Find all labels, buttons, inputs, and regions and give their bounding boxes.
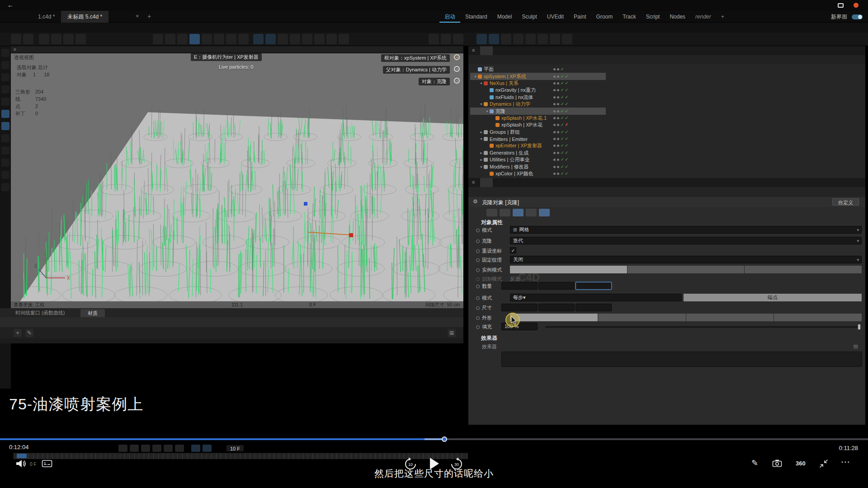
expander-icon[interactable]: ▾ — [479, 102, 484, 106]
object-tree-row[interactable]: ▾ 克隆 ✓✓ — [470, 108, 606, 114]
object-tree-row[interactable]: xpSplash | XP水花 ✓✗ — [470, 122, 606, 128]
timeline-mini-icon[interactable] — [16, 429, 20, 433]
editor-visibility-dot[interactable] — [553, 82, 556, 84]
render-visibility-dot[interactable] — [557, 103, 559, 105]
timeline-mini-icon[interactable] — [22, 429, 26, 433]
editor-visibility-dot[interactable] — [553, 103, 556, 105]
visibility-marks[interactable]: ✓✓ — [553, 80, 568, 87]
size-field[interactable] — [538, 304, 575, 311]
expander-icon[interactable]: ▸ — [479, 151, 484, 155]
grid-icon[interactable] — [226, 34, 236, 44]
editor-visibility-dot[interactable] — [553, 89, 556, 91]
annotate-icon[interactable]: ✎ — [751, 458, 758, 468]
size-field[interactable] — [576, 304, 612, 311]
effector-link-box[interactable] — [501, 352, 862, 367]
attribute-tab[interactable] — [513, 209, 524, 216]
document-tab[interactable]: 未标题 5.c4d * — [61, 11, 108, 23]
option-button[interactable] — [686, 314, 774, 321]
picker-icon[interactable] — [454, 54, 460, 60]
layout-tab[interactable]: Groom — [591, 11, 618, 23]
rectangle-select-icon[interactable] — [1, 61, 9, 69]
editor-visibility-dot[interactable] — [553, 152, 556, 154]
editor-visibility-dot[interactable] — [553, 159, 556, 161]
new-ui-toggle[interactable] — [852, 14, 863, 19]
layout-tab[interactable]: Model — [492, 11, 517, 23]
snap-icon[interactable] — [214, 34, 224, 44]
subtitle-icon[interactable] — [42, 460, 52, 468]
gear-icon[interactable] — [845, 56, 852, 63]
endpoint-button[interactable]: 端点 — [684, 294, 862, 301]
progress-bar[interactable] — [0, 436, 868, 442]
editor-visibility-dot[interactable] — [553, 75, 556, 78]
layout-tab[interactable]: Sculpt — [517, 11, 542, 23]
panel-tab[interactable] — [480, 46, 493, 55]
sound-track-icon[interactable] — [203, 445, 212, 452]
object-tree-row[interactable]: ▾ Emitters | Emitter ✓✓ — [470, 136, 606, 142]
rotate-tool-icon[interactable] — [189, 34, 200, 44]
visibility-marks[interactable]: ✓✓ — [553, 94, 568, 101]
window-restore-icon[interactable] — [838, 3, 844, 8]
undo-icon[interactable] — [11, 34, 21, 44]
layout-tab[interactable]: Nodes — [665, 11, 690, 23]
panel-tab[interactable] — [493, 46, 505, 55]
render-visibility-dot[interactable] — [557, 96, 559, 99]
layout-icon[interactable] — [856, 47, 863, 54]
viewport-menu-icon[interactable]: ≡ — [14, 47, 16, 52]
render-visibility-dot[interactable] — [557, 68, 559, 70]
object-tree-row[interactable]: ▾ xpSystem | XP系统 ✓✓ — [470, 73, 606, 80]
editor-visibility-dot[interactable] — [553, 145, 556, 147]
panel-menu-icon[interactable]: ≡ — [472, 179, 475, 185]
workplane-icon[interactable] — [238, 34, 249, 44]
object-tree-row[interactable]: ▾ Dynamics | 动力学 ✓✓ — [470, 101, 606, 108]
editor-visibility-dot[interactable] — [553, 117, 556, 119]
y-axis-button[interactable] — [51, 34, 61, 44]
floor-icon[interactable] — [314, 34, 325, 44]
step-mode-dropdown[interactable]: 每步▾ — [510, 294, 682, 301]
visibility-marks[interactable]: ✓ — [553, 66, 564, 73]
editor-visibility-dot[interactable] — [553, 124, 556, 126]
layout-tab[interactable]: + — [716, 11, 729, 23]
live-selection-icon[interactable] — [1, 49, 9, 57]
option-button[interactable] — [598, 314, 686, 321]
visibility-marks[interactable]: ✓✓ — [553, 115, 568, 122]
camera-icon[interactable] — [326, 34, 337, 44]
slider-handle[interactable] — [858, 324, 861, 330]
visibility-marks[interactable]: ✓✓ — [553, 156, 568, 163]
grid-icon[interactable] — [1, 171, 9, 179]
editor-visibility-dot[interactable] — [553, 166, 556, 168]
viewport-canvas[interactable] — [11, 53, 463, 301]
scale-tool-icon[interactable] — [177, 34, 188, 44]
panel-menu-icon[interactable]: ≡ — [472, 47, 475, 53]
render-visibility-dot[interactable] — [557, 117, 559, 119]
render-visibility-dot[interactable] — [557, 124, 559, 126]
attribute-tab[interactable] — [486, 209, 497, 216]
layout-tab[interactable]: Paint — [569, 11, 591, 23]
redo-icon[interactable] — [23, 34, 33, 44]
object-tree-row[interactable]: nxGravity | nx重力 ✓✓ — [470, 87, 606, 94]
frame-field[interactable]: 10 F — [226, 445, 244, 452]
render-visibility-dot[interactable] — [557, 138, 559, 140]
x-axis-button[interactable] — [39, 34, 49, 44]
more-icon[interactable]: ⋯ — [841, 456, 850, 467]
render-region-icon[interactable] — [278, 34, 288, 44]
material-icon[interactable] — [290, 34, 300, 44]
visibility-marks[interactable]: ✓✓ — [553, 108, 568, 114]
count-field[interactable] — [538, 282, 575, 290]
next-key-icon[interactable] — [164, 445, 173, 452]
list-icon[interactable] — [855, 56, 862, 63]
go-to-start-icon[interactable] — [118, 445, 127, 452]
move-icon[interactable] — [1, 73, 9, 81]
move-tool-icon[interactable] — [165, 34, 175, 44]
expander-icon[interactable]: ▾ — [485, 109, 490, 113]
object-tree-row[interactable]: xpColor | XP颜色 ✓✓ — [470, 170, 606, 177]
editor-visibility-dot[interactable] — [553, 110, 556, 113]
workplane-icon[interactable] — [1, 146, 9, 155]
workplane-mode-icon[interactable] — [550, 34, 560, 44]
z-axis-button[interactable] — [63, 34, 74, 44]
object-tree-row[interactable]: xpSplash | XP水花.1 ✓✓ — [470, 115, 606, 122]
edge-mode-icon[interactable] — [513, 34, 524, 44]
render-visibility-dot[interactable] — [557, 159, 559, 161]
object-mode-icon[interactable] — [1, 122, 9, 130]
layout-tab[interactable]: Script — [641, 11, 665, 23]
gear-icon[interactable] — [855, 188, 862, 195]
